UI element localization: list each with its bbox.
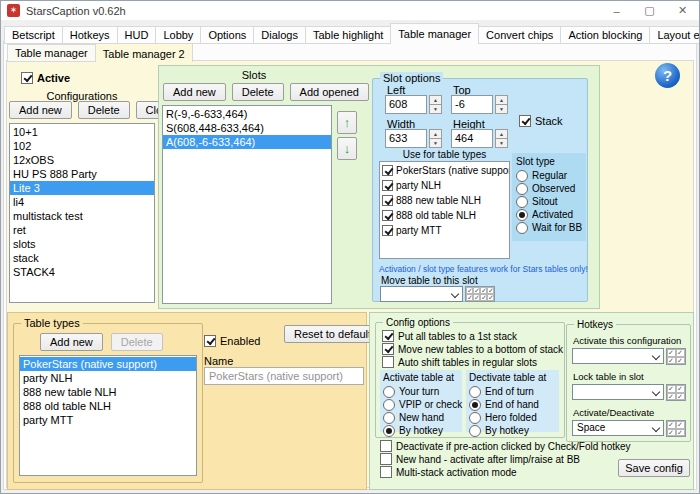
- list-item[interactable]: STACK4: [10, 265, 154, 279]
- lock-table-combobox[interactable]: [572, 384, 664, 400]
- radio-regular[interactable]: [516, 170, 528, 182]
- chevron-down-icon[interactable]: [650, 349, 663, 363]
- slot-delete-button[interactable]: Delete: [232, 83, 284, 101]
- config-delete-button[interactable]: Delete: [78, 101, 130, 119]
- list-item[interactable]: party NLH: [20, 371, 196, 385]
- multi-stack-checkbox[interactable]: [380, 466, 392, 478]
- slot-type-option[interactable]: Observed: [516, 182, 586, 195]
- deactivate-option[interactable]: By hotkey: [469, 424, 559, 437]
- activate-option[interactable]: Your turn: [383, 385, 462, 398]
- move-slot-down-button[interactable]: ↓: [337, 137, 357, 160]
- name-input[interactable]: PokerStars (native support): [204, 367, 364, 385]
- list-item[interactable]: S(608,448-633,464): [163, 121, 331, 135]
- list-item[interactable]: R(-9,-6-633,464): [163, 107, 331, 121]
- move-table-hotkey-grid-button[interactable]: [465, 286, 495, 302]
- slot-add-opened-button[interactable]: Add opened: [290, 83, 369, 101]
- list-item[interactable]: 888 old table NLH: [20, 399, 196, 413]
- tab-action-blocking[interactable]: Action blocking: [560, 26, 650, 44]
- table-type-checkbox[interactable]: [382, 195, 393, 206]
- deactivate-option[interactable]: End of turn: [469, 385, 559, 398]
- list-item[interactable]: 888 new table NLH: [380, 193, 509, 208]
- list-item[interactable]: multistack test: [10, 209, 154, 223]
- list-item[interactable]: 12xOBS: [10, 153, 154, 167]
- activate-config-combobox[interactable]: [572, 348, 664, 364]
- close-button[interactable]: ✕: [666, 1, 699, 20]
- list-item[interactable]: 888 old table NLH: [380, 208, 509, 223]
- list-item[interactable]: party MTT: [20, 413, 196, 427]
- radio-wait-for-bb[interactable]: [516, 222, 528, 234]
- tab-betscript[interactable]: Betscript: [4, 26, 63, 44]
- table-type-checkbox[interactable]: [382, 210, 393, 221]
- maximize-button[interactable]: ▢: [633, 1, 666, 20]
- table-type-add-new-button[interactable]: Add new: [40, 333, 103, 351]
- height-input[interactable]: 464: [451, 129, 493, 148]
- slot-add-new-button[interactable]: Add new: [163, 83, 226, 101]
- list-item[interactable]: li4: [10, 195, 154, 209]
- spin-down-icon[interactable]: ▼: [495, 104, 508, 114]
- slot-type-option-selected[interactable]: Activated: [516, 208, 586, 221]
- deactivate-option-selected[interactable]: End of hand: [469, 398, 559, 411]
- radio-end-of-hand[interactable]: [469, 399, 481, 411]
- radio-new-hand[interactable]: [383, 412, 395, 424]
- list-item-selected[interactable]: Lite 3: [10, 181, 154, 195]
- minimize-button[interactable]: –: [600, 1, 633, 20]
- activate-config-modifier-grid-button[interactable]: [666, 348, 686, 365]
- table-type-checkbox[interactable]: [382, 225, 393, 236]
- spin-down-icon[interactable]: ▼: [429, 138, 442, 148]
- move-table-combobox[interactable]: [380, 286, 463, 302]
- auto-shift-checkbox[interactable]: [382, 356, 394, 368]
- radio-vpip-or-check[interactable]: [383, 399, 395, 411]
- list-item[interactable]: slots: [10, 237, 154, 251]
- save-config-button[interactable]: Save config: [618, 459, 690, 477]
- activate-option[interactable]: VPIP or check: [383, 398, 462, 411]
- slot-type-option[interactable]: Wait for BB: [516, 221, 586, 234]
- chevron-down-icon[interactable]: [650, 385, 663, 399]
- tab-lobby[interactable]: Lobby: [155, 26, 201, 44]
- list-item[interactable]: PokerStars (native support): [380, 163, 509, 178]
- slot-type-option[interactable]: Regular: [516, 169, 586, 182]
- reset-to-default-button[interactable]: Reset to default: [284, 325, 381, 343]
- radio-observed[interactable]: [516, 183, 528, 195]
- stack-checkbox[interactable]: [519, 115, 531, 127]
- enabled-checkbox[interactable]: [204, 335, 216, 347]
- table-type-delete-button[interactable]: Delete: [111, 333, 163, 351]
- radio-deactivate-by-hotkey[interactable]: [469, 425, 481, 437]
- left-input[interactable]: 608: [385, 95, 427, 114]
- list-item[interactable]: 10+1: [10, 125, 154, 139]
- slot-type-option[interactable]: Sitout: [516, 195, 586, 208]
- put-all-tables-checkbox[interactable]: [382, 330, 394, 342]
- tab-table-manager[interactable]: Table manager: [390, 23, 479, 44]
- activate-deactivate-modifier-grid-button[interactable]: [666, 420, 686, 437]
- activate-option[interactable]: New hand: [383, 411, 462, 424]
- list-item[interactable]: party MTT: [380, 223, 509, 238]
- list-item[interactable]: 888 new table NLH: [20, 385, 196, 399]
- list-item[interactable]: 102: [10, 139, 154, 153]
- top-input[interactable]: -6: [451, 95, 493, 114]
- list-item[interactable]: HU PS 888 Party: [10, 167, 154, 181]
- radio-end-of-turn[interactable]: [469, 386, 481, 398]
- chevron-down-icon[interactable]: [650, 421, 663, 435]
- tab-dialogs[interactable]: Dialogs: [253, 26, 306, 44]
- width-input[interactable]: 633: [385, 129, 427, 148]
- list-item-selected[interactable]: A(608,-6-633,464): [163, 135, 331, 149]
- config-add-new-button[interactable]: Add new: [9, 101, 72, 119]
- lock-table-modifier-grid-button[interactable]: [666, 384, 686, 401]
- help-icon[interactable]: ?: [655, 63, 680, 88]
- radio-by-hotkey[interactable]: [383, 425, 395, 437]
- list-item[interactable]: party NLH: [380, 178, 509, 193]
- radio-your-turn[interactable]: [383, 386, 395, 398]
- tab-table-highlight[interactable]: Table highlight: [305, 26, 391, 44]
- radio-sitout[interactable]: [516, 196, 528, 208]
- tab-hotkeys[interactable]: Hotkeys: [62, 26, 118, 44]
- activate-deactivate-combobox[interactable]: Space: [572, 420, 664, 436]
- active-checkbox[interactable]: [21, 72, 33, 84]
- move-new-tables-checkbox[interactable]: [382, 343, 394, 355]
- table-type-checkbox[interactable]: [382, 180, 393, 191]
- spin-down-icon[interactable]: ▼: [495, 138, 508, 148]
- subtab-table-manager-2[interactable]: Table manager 2: [95, 43, 193, 62]
- deactivate-preaction-checkbox[interactable]: [380, 440, 392, 452]
- tab-convert-chips[interactable]: Convert chips: [478, 26, 561, 44]
- list-item-selected[interactable]: PokerStars (native support): [20, 357, 196, 371]
- tab-hud[interactable]: HUD: [117, 26, 157, 44]
- spin-down-icon[interactable]: ▼: [429, 104, 442, 114]
